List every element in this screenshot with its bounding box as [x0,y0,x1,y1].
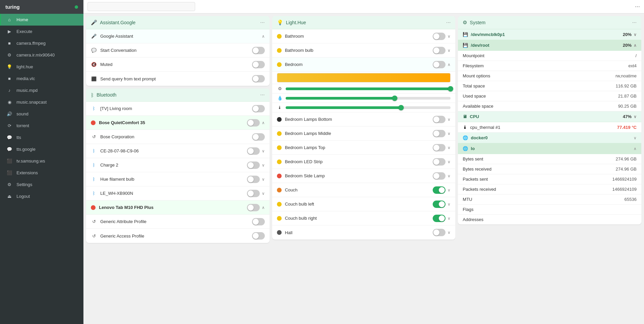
lenovo-tab-toggle[interactable] [247,204,260,211]
start-conversation-row: 💬 Start Conversation [86,43,270,58]
temperature-track[interactable] [286,106,451,109]
bedroom-chevron[interactable]: ∧ [448,62,451,67]
bose-corp-row: ↺ Bose Corporation [86,130,270,144]
sidebar-item-home[interactable]: ⌂ Home [0,14,83,26]
couch-chevron[interactable]: ∨ [448,188,451,192]
bedroom-lamps-middle-chevron[interactable]: ∨ [448,131,451,136]
sidebar-item-settings[interactable]: ⚙ Settings [0,179,83,190]
system-menu[interactable]: ··· [632,20,637,26]
sidebar-item-tts-google[interactable]: 💬 tts.google [0,143,83,155]
saturation-track[interactable] [286,97,451,100]
system-header-left: ⚙ System [463,20,486,26]
temperature-thumb[interactable] [398,105,404,110]
send-query-toggle[interactable] [252,75,265,82]
bathroom-toggle[interactable] [433,33,445,40]
bose-qc35-chevron[interactable]: ∧ [262,120,265,125]
bedroom-color-bar[interactable] [277,73,451,82]
bedroom-color-container[interactable] [272,72,456,84]
brightness-thumb[interactable] [448,86,453,92]
sidebar-item-logout[interactable]: ⏏ Logout [0,190,83,202]
charge2-row: ᛒ Charge 2 ∨ [86,158,270,172]
ce28-toggle[interactable] [247,147,260,155]
generic-attr-toggle[interactable] [252,218,265,225]
cpu-title: 🖥 CPU [463,114,479,119]
couch-toggle[interactable] [433,186,445,194]
docker0-section[interactable]: 🌐 docker0 ∨ [458,133,641,143]
ce28-chevron[interactable]: ∨ [262,149,265,153]
sidebar-item-light-hue[interactable]: 💡 light.hue [0,61,83,73]
sidebar-item-music-mpd[interactable]: ♪ music.mpd [0,84,83,96]
sidebar-item-camera-ir[interactable]: ⚙ camera.ir.mlx90640 [0,49,83,61]
bedroom-lamps-bottom-toggle[interactable] [433,116,445,123]
hall-toggle[interactable] [433,229,445,236]
bedroom-lamps-bottom-chevron[interactable]: ∨ [448,117,451,122]
hall-chevron[interactable]: ∨ [448,230,451,235]
lo-chevron[interactable]: ∧ [634,146,637,151]
column-1: 🎤 Assistant.Google ··· 🎤 Google Assistan… [86,16,270,321]
sidebar-item-torrent[interactable]: ⟳ torrent [0,120,83,132]
brightness-track[interactable] [286,87,451,90]
sidebar-item-execute[interactable]: ▶ Execute [0,26,83,37]
generic-access-toggle[interactable] [252,232,265,240]
bedroom-led-strip-chevron[interactable]: ∨ [448,159,451,164]
bathroom-bulb-chevron[interactable]: ∨ [448,48,451,53]
topbar-menu-button[interactable]: ··· [635,3,640,10]
sidebar-item-camera-ffmpeg[interactable]: ■ camera.ffmpeg [0,37,83,49]
bedroom-right: ∧ [433,61,451,68]
charge2-chevron[interactable]: ∨ [262,163,265,168]
le-wh-chevron[interactable]: ∨ [262,191,265,196]
bedroom-led-strip-label: Bedroom LED Strip [285,159,323,164]
le-wh-toggle[interactable] [247,190,260,197]
column-2: 💡 Light.Hue ··· Bathroom ∨ [272,16,456,321]
sidebar-item-tts[interactable]: 💬 tts [0,132,83,143]
search-input[interactable] [87,2,195,11]
dev-root-chevron[interactable]: ∧ [634,43,637,48]
lo-section[interactable]: 🌐 lo ∧ [458,143,641,154]
sidebar-item-media-vlc[interactable]: ■ media.vlc [0,73,83,84]
cpu-chevron[interactable]: ∨ [634,114,637,119]
couch-bulb-right-toggle[interactable] [433,215,445,222]
saturation-thumb[interactable] [392,96,397,101]
bathroom-bulb-toggle[interactable] [433,47,445,54]
hue-filament-chevron[interactable]: ∨ [262,177,265,182]
couch-bulb-left-toggle[interactable] [433,201,445,208]
bedroom-lamps-top-toggle[interactable] [433,144,445,151]
assistant-google-menu[interactable]: ··· [260,20,264,26]
bedroom-lamps-middle-toggle[interactable] [433,130,445,137]
dev-mmc-section[interactable]: 💾 /dev/mmcblk0p1 20% ∨ [458,29,641,40]
sidebar-item-music-snapcast[interactable]: ◉ music.snapcast [0,96,83,108]
torrent-icon: ⟳ [6,123,12,128]
sync-icon-gatt: ↺ [91,219,97,224]
couch-bulb-right-chevron[interactable]: ∨ [448,216,451,221]
muted-toggle[interactable] [252,61,265,68]
bluetooth-menu[interactable]: ··· [260,92,264,98]
bedroom-side-lamp-toggle[interactable] [433,172,445,180]
couch-bulb-left-chevron[interactable]: ∨ [448,202,451,207]
bedroom-side-lamp-chevron[interactable]: ∨ [448,174,451,178]
bathroom-chevron[interactable]: ∨ [448,34,451,39]
start-conv-toggle[interactable] [252,47,265,54]
sidebar-item-tv-samsung[interactable]: ⬛ tv.samsung.ws [0,155,83,167]
hue-filament-toggle[interactable] [247,176,260,183]
docker0-chevron[interactable]: ∨ [634,136,637,140]
mtu-row: MTU 65536 [458,194,641,205]
bedroom-lamps-top-chevron[interactable]: ∨ [448,145,451,150]
hue-filament-left: ᛒ Hue filament bulb [91,177,247,182]
light-hue-menu[interactable]: ··· [446,20,451,26]
bedroom-led-strip-left: Bedroom LED Strip [277,159,433,164]
charge2-toggle[interactable] [247,161,260,169]
lenovo-tab-chevron[interactable]: ∧ [262,205,265,210]
dev-mmc-chevron[interactable]: ∨ [634,32,637,37]
bedroom-toggle[interactable] [433,61,445,68]
dev-root-pct: 20% ∧ [623,43,637,48]
tv-living-room-toggle[interactable] [252,105,265,112]
bedroom-led-strip-toggle[interactable] [433,158,445,166]
bose-corp-toggle[interactable] [252,133,265,141]
sidebar-item-extensions[interactable]: ⬛ Extensions [0,167,83,179]
bose-qc35-toggle[interactable] [247,119,260,127]
system-card: ⚙ System ··· 💾 /dev/mmcblk0p1 20% ∨ [458,16,641,224]
cpu-section[interactable]: 🖥 CPU 47% ∨ [458,111,641,122]
dev-root-section[interactable]: 💾 /dev/root 20% ∧ [458,40,641,51]
sidebar-item-sound[interactable]: 🔊 sound [0,108,83,120]
google-assistant-chevron-up[interactable]: ∧ [262,34,265,39]
